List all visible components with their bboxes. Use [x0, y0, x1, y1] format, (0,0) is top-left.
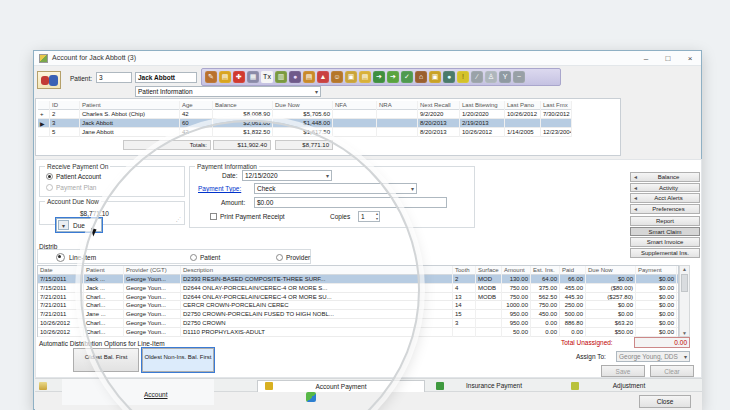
assign-to-dropdown[interactable]: George Young, DDS ▾ — [616, 351, 690, 362]
alerts-icon[interactable]: ▲ — [317, 71, 329, 83]
tab-account-payment[interactable]: Account Payment — [257, 380, 425, 392]
oldest-non-ins-bal-first-button[interactable]: Oldest Non-Ins. Bal. First — [142, 348, 214, 372]
presenter-icon[interactable]: ● — [289, 71, 301, 83]
clear-button[interactable]: Clear — [650, 365, 694, 377]
toggle-activity-button[interactable]: ◄Activity — [630, 183, 700, 193]
column-header[interactable]: Est. Ins. — [531, 266, 560, 275]
save-button[interactable]: Save — [601, 365, 645, 377]
family-file-icon[interactable]: ▣ — [345, 71, 357, 83]
walkout-tab-icon[interactable] — [306, 392, 316, 402]
close-button[interactable]: Close — [639, 395, 691, 408]
apply-icon[interactable]: ✓ — [401, 71, 413, 83]
column-header[interactable] — [38, 101, 50, 110]
column-header[interactable]: Age — [180, 101, 213, 110]
date-dropdown[interactable]: 12/15/2020 ▾ — [242, 170, 332, 181]
patient-info-dropdown[interactable]: Patient Information ▾ — [135, 86, 321, 97]
lightbulb-icon[interactable]: ! — [457, 71, 469, 83]
referral-icon[interactable]: ➔ — [373, 71, 385, 83]
patient-id-field[interactable]: 3 — [96, 72, 132, 83]
column-header[interactable]: Last Pano — [505, 101, 541, 110]
mirror-icon[interactable]: Y — [499, 71, 511, 83]
perio-chart-icon[interactable]: ▥ — [275, 71, 287, 83]
copy-icon[interactable]: ▣ — [429, 71, 441, 83]
print-icon[interactable]: ▦ — [247, 71, 259, 83]
line-item-row[interactable]: 7/21/2011Charl...George Youn...D2644 ONL… — [38, 293, 678, 302]
toggle-acct-alerts-button[interactable]: ◄Acct Alerts — [630, 193, 700, 203]
line-item-row[interactable]: 7/21/2011Charl...George Youn...CERCR CRO… — [38, 301, 678, 310]
title-bar[interactable]: Account for Jack Abbott (3) – □ × — [34, 51, 701, 66]
family-row[interactable]: 5Jane Abbott42$1,832.50$1,617.508/20/201… — [38, 128, 572, 137]
hook-icon[interactable]: ~ — [513, 71, 525, 83]
line-item-radio[interactable] — [56, 253, 65, 262]
family-row[interactable]: +2Charles S. Abbot (Chip)42$8,008.90$5,7… — [38, 110, 572, 119]
column-header[interactable]: Next Recall — [418, 101, 460, 110]
toggle-preferences-button[interactable]: ◄Preferences — [630, 204, 700, 214]
tab-adjustment[interactable]: Adjustment — [563, 380, 695, 392]
camera-icon[interactable]: ● — [443, 71, 455, 83]
column-header[interactable]: ID — [50, 101, 80, 110]
column-header[interactable]: Payment — [636, 266, 677, 275]
lab-case-icon[interactable]: ⌂ — [415, 71, 427, 83]
scroll-thumb[interactable] — [681, 274, 688, 292]
column-header[interactable]: Patient — [80, 101, 180, 110]
folder-icon[interactable] — [39, 382, 47, 390]
payment-plan-radio[interactable] — [46, 184, 53, 191]
quick-letters-icon[interactable]: ▤ — [219, 71, 231, 83]
documents-icon[interactable]: ▤ — [359, 71, 371, 83]
column-header[interactable]: Surface — [476, 266, 502, 275]
column-header[interactable]: Amount — [502, 266, 531, 275]
column-header[interactable]: Date — [38, 266, 84, 275]
spinner-arrows-icon[interactable]: ▴▾ — [376, 211, 378, 221]
column-header[interactable]: NRA — [377, 101, 418, 110]
column-header[interactable]: Patient — [84, 266, 124, 275]
line-item-row[interactable]: 10/26/2012Charl...George Youn...D1110 PR… — [38, 328, 678, 337]
transfer-icon[interactable]: ➔ — [387, 71, 399, 83]
column-header[interactable]: Description — [181, 266, 453, 275]
health-history-icon[interactable]: ✚ — [233, 71, 245, 83]
notes-icon[interactable]: ▤ — [303, 71, 315, 83]
column-header[interactable]: Provider (CGT) — [124, 266, 181, 275]
scroll-down-icon[interactable]: ▼ — [680, 330, 689, 336]
print-receipt-checkbox[interactable] — [210, 213, 217, 220]
patient-radio[interactable] — [190, 254, 197, 261]
guarantor-icon[interactable]: ☺ — [331, 71, 343, 83]
line-item-row[interactable]: 10/26/2012Charl...George Youn...D2750 CR… — [38, 319, 678, 328]
line-item-row[interactable]: 7/15/2011Jack ...George Youn...D2644 ONL… — [38, 284, 678, 293]
family-row[interactable]: ▶3Jack Abbott60$2,061.00$1,448.008/20/20… — [38, 119, 572, 128]
maximize-button[interactable]: □ — [657, 51, 679, 66]
signature-icon[interactable]: ✎ — [205, 71, 217, 83]
patient-name-field[interactable]: Jack Abbott — [135, 72, 197, 83]
toggle-balance-button[interactable]: ◄Balance — [630, 172, 700, 182]
provider-radio[interactable] — [276, 254, 283, 261]
column-header[interactable]: Due Now — [273, 101, 333, 110]
treatment-plan-icon[interactable]: Tx — [261, 71, 273, 83]
family-members-icon[interactable] — [37, 71, 61, 89]
smart-claim-button[interactable]: Smart Claim — [630, 227, 700, 237]
column-header[interactable]: Last Fmx — [541, 101, 572, 110]
account-tab[interactable]: Account — [144, 391, 168, 398]
column-header[interactable]: Paid — [560, 266, 586, 275]
payment-type-dropdown[interactable]: Check ▾ — [254, 183, 417, 194]
patient-account-radio[interactable] — [46, 173, 53, 180]
close-window-button[interactable]: × — [679, 51, 701, 66]
column-header[interactable]: Last Bitewing — [460, 101, 505, 110]
supplemental-ins--button[interactable]: Supplemental Ins. — [630, 248, 700, 258]
tab-insurance-payment[interactable]: Insurance Payment — [428, 380, 560, 392]
smart-invoice-button[interactable]: Smart Invoice — [630, 237, 700, 247]
oldest-bal-first-button[interactable]: Oldest Bal. First — [73, 348, 139, 372]
line-item-row[interactable]: 7/21/2011Jane ...George Youn...D2750 CRO… — [38, 310, 678, 319]
probe-icon[interactable]: ∕ — [471, 71, 483, 83]
scroll-up-icon[interactable]: ▲ — [680, 266, 689, 272]
line-item-scrollbar[interactable]: ▲ ▼ — [679, 265, 690, 337]
column-header[interactable]: Balance — [213, 101, 273, 110]
line-item-row[interactable]: 7/15/2011Jack ...George Youn...D2393 RES… — [38, 275, 678, 284]
amount-field[interactable]: $0.00 — [254, 197, 447, 208]
column-header[interactable]: NFA — [333, 101, 377, 110]
minimize-button[interactable]: – — [635, 51, 657, 66]
copies-spinner[interactable]: 1 ▴▾ — [358, 211, 380, 222]
column-header[interactable]: Due Now — [586, 266, 636, 275]
tooth-icon[interactable]: ♙ — [485, 71, 497, 83]
payment-type-link[interactable]: Payment Type: — [198, 185, 241, 192]
report-button[interactable]: Report — [630, 216, 700, 226]
column-header[interactable]: Tooth — [453, 266, 476, 275]
